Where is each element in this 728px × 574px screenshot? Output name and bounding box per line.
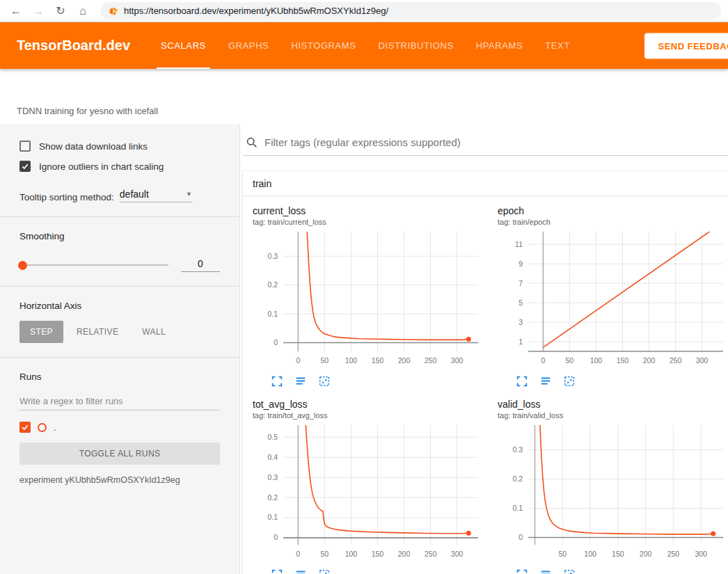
svg-text:7: 7: [519, 279, 523, 287]
experiment-title: TDNN training for yesno with icefall: [17, 106, 158, 116]
show-download-links-label: Show data download links: [39, 141, 148, 152]
line-chart[interactable]: 00.10.20.30.40.5050100150200250300: [253, 422, 486, 563]
toggle-all-runs-button[interactable]: TOGGLE ALL RUNS: [19, 443, 220, 465]
chart-toolbar: [271, 375, 491, 388]
train-section-card: train current_loss tag: train/current_lo…: [243, 171, 728, 574]
svg-text:250: 250: [667, 550, 680, 558]
tooltip-sorting-value: default: [120, 189, 149, 200]
runs-label: Runs: [19, 372, 220, 382]
expand-chart-icon[interactable]: [271, 568, 283, 574]
chart-toolbar: [516, 375, 728, 388]
axis-step-button[interactable]: STEP: [19, 321, 63, 343]
chart-title: valid_loss: [498, 399, 728, 410]
tooltip-sorting-label: Tooltip sorting method:: [19, 192, 114, 202]
axis-wall-button[interactable]: WALL: [132, 321, 176, 343]
back-icon[interactable]: ←: [7, 5, 25, 17]
show-download-links-checkbox[interactable]: [19, 141, 31, 152]
brand-title: TensorBoard.dev: [17, 38, 130, 54]
section-header-train[interactable]: train: [243, 171, 728, 196]
browser-toolbar: ← → ↻ ⌂ https://tensorboard.dev/experime…: [0, 0, 728, 22]
scalar-chart-card: current_loss tag: train/current_loss 00.…: [253, 205, 491, 388]
line-chart[interactable]: 00.10.20.350100150200250300: [498, 422, 728, 563]
tag-filter-row: [243, 132, 728, 156]
horizontal-axis-label: Horizontal Axis: [19, 301, 220, 311]
tab-histograms[interactable]: HISTOGRAMS: [280, 22, 367, 69]
runs-filter-input[interactable]: [19, 392, 220, 410]
svg-text:11: 11: [515, 240, 523, 248]
line-chart[interactable]: 1357911050100150200250300: [498, 229, 728, 369]
svg-text:0.1: 0.1: [267, 310, 278, 318]
send-feedback-button[interactable]: SEND FEEDBACK: [644, 33, 728, 58]
tab-distributions[interactable]: DISTRIBUTIONS: [367, 22, 465, 69]
fit-domain-icon[interactable]: [318, 568, 331, 574]
svg-text:200: 200: [640, 550, 652, 558]
chart-title: epoch: [498, 205, 728, 216]
log-scale-icon[interactable]: [294, 375, 307, 388]
refresh-icon[interactable]: ↻: [52, 4, 70, 17]
chart-title: current_loss: [253, 205, 491, 216]
sidebar-divider: [0, 357, 239, 358]
svg-text:5: 5: [519, 298, 523, 307]
svg-text:0: 0: [296, 550, 300, 558]
svg-text:300: 300: [451, 550, 464, 558]
tag-filter-input[interactable]: [264, 136, 727, 148]
svg-text:0.1: 0.1: [267, 513, 278, 521]
svg-text:0.1: 0.1: [512, 504, 523, 512]
svg-text:0.5: 0.5: [267, 433, 278, 441]
axis-relative-button[interactable]: RELATIVE: [66, 321, 129, 343]
line-chart[interactable]: 00.10.20.3050100150200250300: [253, 229, 486, 369]
log-scale-icon[interactable]: [539, 568, 552, 574]
tab-scalars[interactable]: SCALARS: [150, 22, 217, 69]
smoothing-slider[interactable]: [19, 264, 168, 266]
horizontal-axis-buttons: STEP RELATIVE WALL: [19, 321, 220, 343]
tab-text[interactable]: TEXT: [534, 22, 581, 69]
tensorboard-favicon: [109, 6, 118, 16]
main-panel: train current_loss tag: train/current_lo…: [240, 124, 728, 574]
svg-text:0.3: 0.3: [267, 473, 278, 481]
tooltip-sorting-select[interactable]: default ▼: [120, 189, 192, 202]
chart-toolbar: [516, 568, 728, 574]
check-icon: [21, 423, 29, 431]
fit-domain-icon[interactable]: [318, 375, 331, 388]
ignore-outliers-label: Ignore outliers in chart scaling: [39, 161, 164, 172]
svg-text:50: 50: [566, 356, 574, 365]
svg-text:0.2: 0.2: [267, 493, 278, 502]
smoothing-value-input[interactable]: 0: [181, 258, 220, 272]
chevron-down-icon: ▼: [186, 191, 192, 198]
tab-hparams[interactable]: HPARAMS: [465, 22, 535, 69]
chart-tag: tag: train/epoch: [498, 218, 728, 226]
expand-chart-icon[interactable]: [516, 568, 528, 574]
scalar-chart-card: epoch tag: train/epoch 13579110501001502…: [498, 205, 728, 388]
expand-chart-icon[interactable]: [271, 375, 283, 388]
check-icon: [21, 162, 29, 170]
scalar-chart-card: valid_loss tag: train/valid_loss 00.10.2…: [498, 399, 728, 574]
run-color-swatch: [38, 423, 47, 432]
log-scale-icon[interactable]: [294, 568, 307, 574]
smoothing-label: Smoothing: [19, 231, 220, 241]
sidebar-divider: [0, 216, 239, 217]
fit-domain-icon[interactable]: [563, 375, 576, 388]
content: Show data download links Ignore outliers…: [0, 124, 728, 574]
svg-text:3: 3: [519, 318, 523, 326]
smoothing-slider-thumb[interactable]: [18, 261, 27, 270]
tab-graphs[interactable]: GRAPHS: [217, 22, 280, 69]
svg-text:150: 150: [612, 550, 624, 558]
svg-text:100: 100: [345, 550, 358, 558]
expand-chart-icon[interactable]: [516, 375, 528, 388]
ignore-outliers-checkbox[interactable]: [19, 161, 31, 172]
show-download-links-row: Show data download links: [19, 141, 220, 152]
chart-tag: tag: train/tot_avg_loss: [253, 411, 491, 420]
address-bar[interactable]: https://tensorboard.dev/experiment/yKUbh…: [100, 2, 721, 19]
tensorboard-page: { "browser": { "url": "https://tensorboa…: [0, 0, 728, 574]
url-text[interactable]: https://tensorboard.dev/experiment/yKUbh…: [124, 6, 388, 16]
log-scale-icon[interactable]: [539, 375, 552, 388]
chart-tag: tag: train/valid_loss: [498, 411, 728, 420]
forward-icon[interactable]: →: [29, 5, 47, 17]
experiment-id-label: experiment yKUbhb5wRmOSXYkId1z9eg: [19, 475, 220, 485]
experiment-title-bar: TDNN training for yesno with icefall: [0, 69, 728, 124]
run-checkbox[interactable]: [19, 422, 31, 433]
charts-grid: current_loss tag: train/current_loss 00.…: [243, 196, 728, 574]
svg-text:300: 300: [695, 550, 707, 558]
home-icon[interactable]: ⌂: [74, 5, 92, 17]
fit-domain-icon[interactable]: [563, 568, 576, 574]
